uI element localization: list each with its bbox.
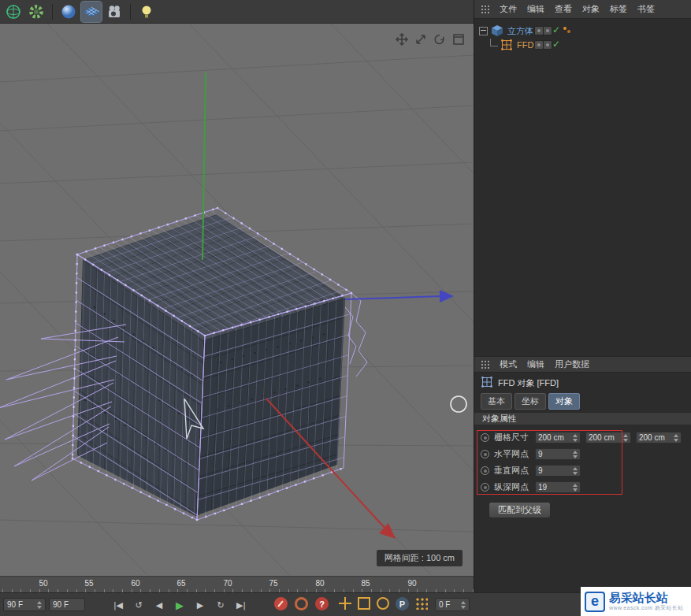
field-value: 9 [538, 450, 543, 458]
tab-coord[interactable]: 坐标 [515, 393, 546, 410]
attribute-title: FFD 对象 [FFD] [481, 376, 559, 390]
object-tree[interactable]: 立方体 ✓ FFD ✓ [474, 19, 691, 356]
gear-icon[interactable] [26, 2, 46, 22]
next-key-button[interactable]: ↻ [211, 596, 230, 614]
grid-size-z-field[interactable]: 200 cm [636, 432, 682, 443]
fit-to-parent-button[interactable]: 匹配到父级 [489, 502, 551, 518]
wire-sphere-icon[interactable] [3, 2, 24, 22]
menu-bookmarks[interactable]: 书签 [637, 3, 655, 15]
watermark-title: 易采站长站 [609, 592, 684, 605]
property-row-vertical-points: 垂直网点 9 [474, 462, 691, 479]
enabled-check-icon[interactable]: ✓ [552, 24, 560, 35]
render-visibility-toggle[interactable] [543, 40, 552, 50]
menu-mode[interactable]: 模式 [500, 358, 517, 370]
prev-frame-button[interactable]: ◀ [150, 596, 169, 614]
autokey-icon[interactable] [295, 597, 308, 610]
property-label: 水平网点 [494, 448, 535, 460]
menu-view[interactable]: 查看 [555, 3, 572, 15]
object-label[interactable]: FFD [517, 40, 533, 50]
play-button[interactable]: ▶ [170, 596, 189, 614]
sphere-icon[interactable] [58, 2, 79, 22]
watermark: e 易采站长站 www.easck.com 易采站长站 [581, 587, 691, 616]
field-value: 200 cm [639, 433, 665, 442]
stepper[interactable] [671, 434, 678, 442]
menu-file[interactable]: 文件 [500, 3, 517, 15]
current-frame-field[interactable]: 0 F [435, 598, 470, 611]
c4d-window: 网格间距 : 100 cm 50 55 60 65 70 75 80 85 90… [0, 0, 691, 616]
keyframe-circle-icon[interactable] [481, 450, 489, 458]
stepper[interactable] [621, 434, 628, 442]
display-tag-icon[interactable] [563, 27, 573, 35]
zoom-view-icon[interactable] [414, 33, 428, 46]
panel-grip-icon[interactable] [481, 5, 489, 13]
record-pla-icon[interactable] [415, 597, 428, 610]
timeline-ruler[interactable]: 50 55 60 65 70 75 80 85 90 [0, 576, 474, 593]
stepper[interactable] [570, 467, 578, 475]
grid-plane-icon[interactable] [81, 2, 102, 22]
pan-view-icon[interactable] [396, 33, 409, 46]
menu-edit[interactable]: 编辑 [527, 358, 544, 370]
frame-end-field[interactable]: 90 F [3, 598, 46, 611]
axis-z[interactable] [345, 290, 454, 302]
stepper[interactable] [570, 484, 578, 492]
viewport[interactable]: 网格间距 : 100 cm [0, 24, 474, 576]
prev-key-button[interactable]: ↺ [129, 596, 148, 614]
ffd-lattice[interactable] [0, 208, 367, 520]
enabled-check-icon[interactable]: ✓ [552, 39, 560, 50]
keyframe-circle-icon[interactable] [481, 433, 489, 442]
tab-object[interactable]: 对象 [548, 393, 580, 410]
rotate-view-icon[interactable] [433, 33, 447, 46]
panel-grip-icon[interactable] [481, 360, 489, 369]
ffd-object-icon [481, 376, 493, 390]
tick-label: 85 [361, 579, 370, 588]
frame-range-field[interactable]: 90 F [49, 598, 85, 611]
depth-points-field[interactable]: 19 [535, 481, 581, 493]
keyframe-circle-icon[interactable] [481, 466, 489, 475]
record-rotation-icon[interactable] [377, 597, 389, 610]
menu-tags[interactable]: 标签 [610, 3, 627, 15]
keyframe-selection-icon[interactable]: ? [315, 597, 329, 610]
grid-size-y-field[interactable]: 200 cm [585, 432, 631, 443]
viewport-nav [396, 33, 466, 46]
maximize-view-icon[interactable] [452, 33, 466, 46]
top-toolbar [0, 0, 474, 24]
goto-end-button[interactable]: ▶| [232, 596, 251, 614]
record-keyframe-icon[interactable] [274, 597, 288, 610]
watermark-subtitle: www.easck.com 易采站长站 [609, 605, 684, 611]
property-label: 垂直网点 [494, 465, 535, 477]
stepper[interactable] [35, 601, 42, 609]
object-row-cube[interactable]: 立方体 ✓ [479, 24, 691, 38]
vertical-points-field[interactable]: 9 [535, 465, 581, 477]
object-row-ffd[interactable]: FFD ✓ [479, 38, 691, 52]
ffd-icon [500, 39, 513, 51]
viewport-canvas[interactable] [0, 24, 474, 576]
goto-start-button[interactable]: |◀ [109, 596, 128, 614]
tab-basic[interactable]: 基本 [481, 393, 512, 410]
record-scale-icon[interactable] [358, 597, 370, 610]
cube-icon [491, 24, 503, 37]
next-frame-button[interactable]: ▶ [191, 596, 210, 614]
menu-userdata[interactable]: 用户数据 [555, 358, 589, 370]
tick-label: 65 [176, 579, 185, 588]
menu-edit[interactable]: 编辑 [527, 3, 544, 15]
property-row-depth-points: 纵深网点 19 [474, 479, 691, 495]
grid-spacing-label: 网格间距 : 100 cm [377, 550, 463, 566]
menu-objects[interactable]: 对象 [582, 3, 600, 15]
object-label[interactable]: 立方体 [507, 25, 533, 37]
grid-size-x-field[interactable]: 200 cm [535, 432, 581, 443]
record-parameter-icon[interactable]: P [396, 597, 409, 610]
expand-icon[interactable] [479, 27, 488, 35]
light-icon[interactable] [136, 2, 157, 22]
stepper[interactable] [459, 601, 466, 609]
keyframe-circle-icon[interactable] [481, 483, 489, 492]
transport-controls: |◀ ↺ ◀ ▶ ▶ ↻ ▶| [109, 596, 251, 614]
stepper[interactable] [570, 434, 578, 442]
render-visibility-toggle[interactable] [543, 26, 552, 35]
tick-label: 70 [223, 579, 232, 588]
property-row-horizontal-points: 水平网点 9 [474, 446, 691, 462]
horizontal-points-field[interactable]: 9 [535, 448, 581, 460]
camera-icon[interactable] [104, 2, 124, 22]
stepper[interactable] [570, 451, 578, 458]
record-position-icon[interactable] [339, 597, 351, 610]
white-circle-handle[interactable] [451, 396, 466, 412]
